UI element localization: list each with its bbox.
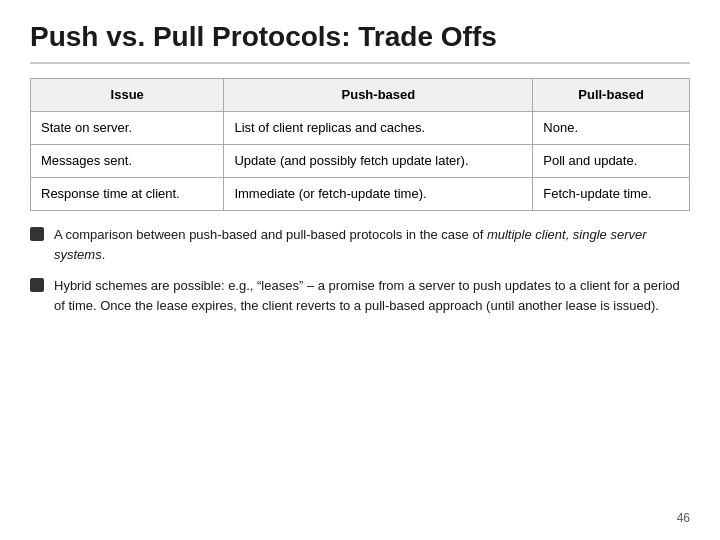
col-header-issue: Issue — [31, 78, 224, 111]
table-row: Response time at client. Immediate (or f… — [31, 178, 690, 211]
slide: Push vs. Pull Protocols: Trade Offs Issu… — [0, 0, 720, 540]
row3-push: Immediate (or fetch-update time). — [224, 178, 533, 211]
bullet-item-1: A comparison between push-based and pull… — [30, 225, 690, 264]
table-row: State on server. List of client replicas… — [31, 111, 690, 144]
col-header-push: Push-based — [224, 78, 533, 111]
bullet-item-2: Hybrid schemes are possible: e.g., “leas… — [30, 276, 690, 315]
col-header-pull: Pull-based — [533, 78, 690, 111]
table-row: Messages sent. Update (and possibly fetc… — [31, 144, 690, 177]
row1-pull: None. — [533, 111, 690, 144]
page-number: 46 — [30, 511, 690, 525]
slide-title: Push vs. Pull Protocols: Trade Offs — [30, 20, 690, 64]
row3-issue: Response time at client. — [31, 178, 224, 211]
comparison-table-container: Issue Push-based Pull-based State on ser… — [30, 78, 690, 212]
row2-issue: Messages sent. — [31, 144, 224, 177]
row1-push: List of client replicas and caches. — [224, 111, 533, 144]
row2-push: Update (and possibly fetch update later)… — [224, 144, 533, 177]
bullet-marker-1 — [30, 227, 44, 241]
bullet-text-1-end: . — [102, 247, 106, 262]
row3-pull: Fetch-update time. — [533, 178, 690, 211]
bullet-marker-2 — [30, 278, 44, 292]
bullet-text-1-plain: A comparison between push-based and pull… — [54, 227, 487, 242]
comparison-table: Issue Push-based Pull-based State on ser… — [30, 78, 690, 212]
row2-pull: Poll and update. — [533, 144, 690, 177]
row1-issue: State on server. — [31, 111, 224, 144]
bullet-text-2: Hybrid schemes are possible: e.g., “leas… — [54, 276, 690, 315]
bullet-text-1: A comparison between push-based and pull… — [54, 225, 690, 264]
bullet-points: A comparison between push-based and pull… — [30, 225, 690, 497]
